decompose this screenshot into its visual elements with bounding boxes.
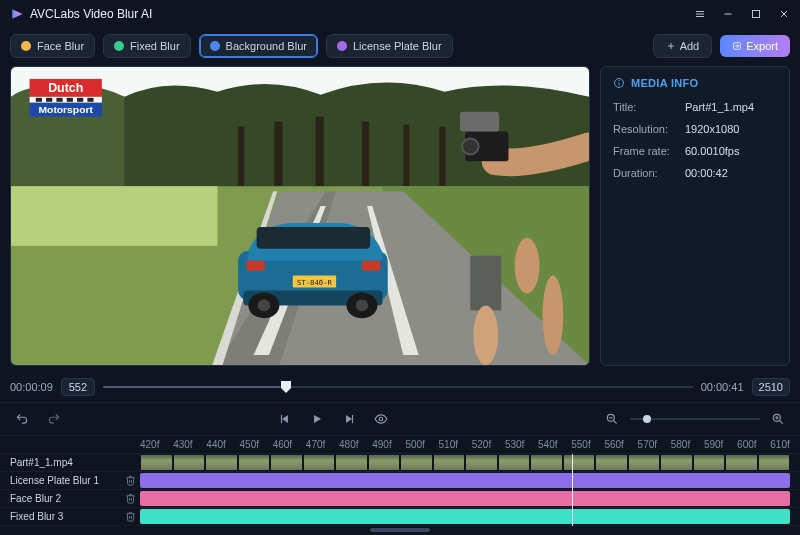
info-label-resolution: Resolution:	[613, 123, 685, 135]
add-button[interactable]: Add	[653, 34, 713, 58]
tab-fixed-blur[interactable]: Fixed Blur	[103, 34, 191, 58]
svg-text:ST-840-R: ST-840-R	[297, 278, 332, 287]
thumbnail	[759, 455, 790, 470]
track-content[interactable]	[140, 490, 790, 507]
info-label-duration: Duration:	[613, 167, 685, 179]
playhead[interactable]	[572, 454, 573, 526]
maximize-button[interactable]	[750, 8, 762, 20]
menu-icon[interactable]	[694, 8, 706, 20]
svg-rect-42	[470, 256, 501, 311]
ruler-tick: 520f	[472, 439, 491, 450]
zoom-out-button[interactable]	[600, 407, 624, 431]
track-row[interactable]: Face Blur 2	[0, 490, 800, 508]
zoom-knob[interactable]	[643, 415, 651, 423]
svg-rect-49	[36, 98, 42, 102]
ruler-tick: 420f	[140, 439, 159, 450]
seek-track[interactable]	[103, 386, 693, 388]
info-value-duration: 00:00:42	[685, 167, 728, 179]
ruler-tick: 590f	[704, 439, 723, 450]
svg-point-46	[462, 139, 479, 155]
ruler-tick: 430f	[173, 439, 192, 450]
thumbnail-strip[interactable]	[140, 455, 790, 470]
tab-face-blur[interactable]: Face Blur	[10, 34, 95, 58]
thumbnail	[206, 455, 237, 470]
video-preview[interactable]: ST-840-R	[10, 66, 590, 366]
media-info-header: MEDIA INFO	[631, 77, 698, 89]
redo-button[interactable]	[42, 407, 66, 431]
svg-marker-63	[314, 415, 321, 423]
svg-marker-60	[281, 381, 291, 393]
ruler-tick: 540f	[538, 439, 557, 450]
svg-point-66	[379, 417, 383, 421]
svg-point-38	[356, 299, 368, 311]
ruler-tick: 580f	[671, 439, 690, 450]
svg-rect-19	[439, 127, 445, 192]
seek-handle[interactable]	[280, 380, 292, 394]
track-label: Fixed Blur 3	[0, 511, 120, 522]
track-content[interactable]	[140, 472, 790, 489]
svg-rect-14	[238, 127, 244, 192]
tab-label: Face Blur	[37, 40, 84, 52]
track-content[interactable]	[140, 508, 790, 525]
tab-dot-icon	[114, 41, 124, 51]
ruler-tick: 450f	[240, 439, 259, 450]
end-timecode: 00:00:41	[701, 381, 744, 393]
track-row[interactable]: Part#1_1.mp4	[0, 454, 800, 472]
next-frame-button[interactable]	[337, 407, 361, 431]
zoom-in-button[interactable]	[766, 407, 790, 431]
trash-icon[interactable]	[120, 511, 140, 522]
track-row[interactable]: License Plate Blur 1	[0, 472, 800, 490]
timeline-ruler[interactable]: 420f430f440f450f460f470f480f490f500f510f…	[0, 436, 800, 454]
plus-icon	[666, 41, 676, 51]
svg-point-59	[619, 80, 620, 81]
prev-frame-button[interactable]	[273, 407, 297, 431]
info-value-resolution: 1920x1080	[685, 123, 739, 135]
blur-bar[interactable]	[140, 509, 790, 524]
track-row[interactable]: Fixed Blur 3	[0, 508, 800, 526]
blur-bar[interactable]	[140, 491, 790, 506]
ruler-tick: 550f	[571, 439, 590, 450]
visibility-button[interactable]	[369, 407, 393, 431]
close-button[interactable]	[778, 8, 790, 20]
ruler-tick: 560f	[604, 439, 623, 450]
thumbnail	[174, 455, 205, 470]
svg-rect-52	[67, 98, 73, 102]
ruler-tick: 490f	[372, 439, 391, 450]
thumbnail	[466, 455, 497, 470]
thumbnail	[434, 455, 465, 470]
blur-bar[interactable]	[140, 473, 790, 488]
tab-background-blur[interactable]: Background Blur	[199, 34, 318, 58]
track-content[interactable]	[140, 454, 790, 471]
track-label: Part#1_1.mp4	[0, 457, 120, 468]
video-frame: ST-840-R	[11, 67, 589, 365]
svg-rect-65	[352, 415, 353, 423]
trash-icon[interactable]	[120, 493, 140, 504]
end-frame: 2510	[752, 378, 790, 396]
thumbnail	[304, 455, 335, 470]
svg-line-68	[614, 421, 617, 424]
tab-license-plate-blur[interactable]: License Plate Blur	[326, 34, 453, 58]
thumbnail	[726, 455, 757, 470]
minimize-button[interactable]	[722, 8, 734, 20]
trash-icon[interactable]	[120, 475, 140, 486]
undo-button[interactable]	[10, 407, 34, 431]
svg-point-40	[515, 238, 540, 294]
svg-rect-17	[362, 122, 369, 192]
thumbnail	[661, 455, 692, 470]
play-button[interactable]	[305, 407, 329, 431]
thumbnail	[336, 455, 367, 470]
export-button[interactable]: Export	[720, 35, 790, 57]
svg-point-37	[258, 299, 270, 311]
svg-marker-1	[15, 11, 23, 18]
timeline-scrollbar[interactable]	[0, 526, 800, 534]
zoom-slider[interactable]	[630, 418, 760, 420]
ruler-tick: 530f	[505, 439, 524, 450]
watermark-line1: Dutch	[48, 81, 83, 95]
svg-marker-61	[282, 415, 288, 423]
scrollbar-handle[interactable]	[370, 528, 430, 532]
svg-rect-62	[281, 415, 282, 423]
thumbnail	[271, 455, 302, 470]
track-label: License Plate Blur 1	[0, 475, 120, 486]
current-frame[interactable]: 552	[61, 378, 95, 396]
svg-rect-18	[403, 125, 409, 192]
